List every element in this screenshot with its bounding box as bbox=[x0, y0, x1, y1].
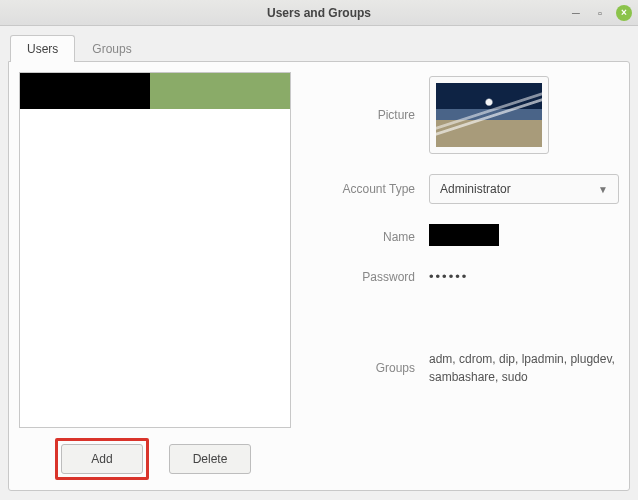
tab-bar: Users Groups bbox=[10, 34, 630, 61]
user-name-redacted bbox=[20, 73, 150, 109]
details-pane: Picture Account Type Administrator ▼ Nam… bbox=[305, 72, 619, 480]
content-area: Users Groups Add Delete Picture bbox=[0, 26, 638, 500]
highlight-add: Add bbox=[55, 438, 149, 480]
user-list[interactable] bbox=[19, 72, 291, 428]
account-type-value: Administrator bbox=[440, 182, 511, 196]
label-picture: Picture bbox=[305, 108, 415, 122]
details-form: Picture Account Type Administrator ▼ Nam… bbox=[305, 76, 619, 386]
left-column: Add Delete bbox=[19, 72, 291, 480]
label-name: Name bbox=[305, 230, 415, 244]
close-button[interactable]: × bbox=[616, 5, 632, 21]
groups-value[interactable]: adm, cdrom, dip, lpadmin, plugdev, samba… bbox=[429, 350, 619, 386]
account-type-combo[interactable]: Administrator ▼ bbox=[429, 174, 619, 204]
user-picture bbox=[436, 83, 542, 147]
label-password: Password bbox=[305, 270, 415, 284]
picture-button[interactable] bbox=[429, 76, 549, 154]
tab-users[interactable]: Users bbox=[10, 35, 75, 62]
tab-panel-users: Add Delete Picture Account Type Administ… bbox=[8, 61, 630, 491]
window-title: Users and Groups bbox=[267, 6, 371, 20]
chevron-down-icon: ▼ bbox=[598, 184, 608, 195]
user-row-selected[interactable] bbox=[20, 73, 290, 109]
password-value[interactable]: •••••• bbox=[429, 269, 468, 284]
list-buttons: Add Delete bbox=[19, 428, 291, 480]
tab-groups[interactable]: Groups bbox=[75, 35, 148, 62]
titlebar: Users and Groups ─ ▫ × bbox=[0, 0, 638, 26]
add-button[interactable]: Add bbox=[61, 444, 143, 474]
minimize-button[interactable]: ─ bbox=[568, 5, 584, 21]
name-value-redacted[interactable] bbox=[429, 224, 499, 246]
delete-button[interactable]: Delete bbox=[169, 444, 251, 474]
label-account-type: Account Type bbox=[305, 182, 415, 196]
maximize-button[interactable]: ▫ bbox=[592, 5, 608, 21]
window-controls: ─ ▫ × bbox=[568, 0, 632, 25]
label-groups: Groups bbox=[305, 361, 415, 375]
